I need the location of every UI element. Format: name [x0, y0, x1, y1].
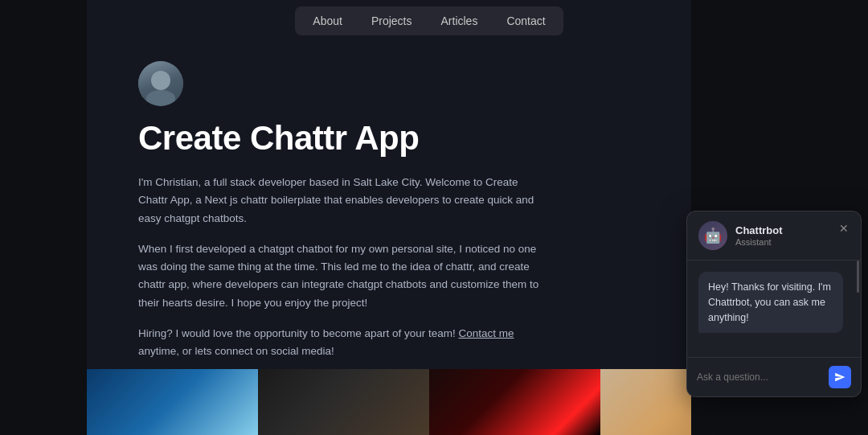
- chatbot-bubble: Hey! Thanks for visiting. I'm Chattrbot,…: [698, 272, 843, 333]
- chatbot-widget: 🤖 Chattrbot Assistant ✕ Hey! Thanks for …: [686, 211, 862, 397]
- navbar: About Projects Articles Contact 🌙: [87, 0, 772, 42]
- chatbot-scrollbar[interactable]: [857, 261, 859, 293]
- bio-paragraph-3: Hiring? I would love the opportunity to …: [138, 325, 540, 361]
- send-button[interactable]: [829, 366, 851, 388]
- thumbnail-2: [258, 369, 429, 435]
- close-icon[interactable]: ✕: [837, 221, 851, 236]
- avatar: [138, 61, 183, 106]
- chatbot-messages: Hey! Thanks for visiting. I'm Chattrbot,…: [687, 261, 861, 344]
- main-area: About Projects Articles Contact 🌙 Create…: [87, 0, 772, 435]
- thumbnail-1: [87, 369, 258, 435]
- bio-hiring-suffix: anytime, or lets connect on social media…: [138, 345, 334, 357]
- bio-paragraph-1: I'm Christian, a full stack developer ba…: [138, 174, 540, 228]
- thumbnail-3: [429, 369, 600, 435]
- nav-projects[interactable]: Projects: [358, 10, 425, 32]
- bio-hiring-prefix: Hiring? I would love the opportunity to …: [138, 327, 456, 339]
- contact-link[interactable]: Contact me: [458, 327, 514, 339]
- page-title: Create Chattr App: [138, 119, 733, 158]
- nav-contact[interactable]: Contact: [493, 10, 558, 32]
- bio-paragraph-2: When I first developed a chatgpt chatbot…: [138, 240, 540, 312]
- chatbot-subtitle: Assistant: [735, 237, 783, 247]
- hero-content: Create Chattr App I'm Christian, a full …: [87, 42, 772, 399]
- chatbot-avatar: 🤖: [698, 221, 727, 250]
- avatar-image: [138, 61, 183, 106]
- nav-about[interactable]: About: [300, 10, 355, 32]
- chatbot-info: Chattrbot Assistant: [735, 224, 783, 247]
- chatbot-input-area: [687, 357, 861, 396]
- chatbot-panel: 🤖 Chattrbot Assistant ✕ Hey! Thanks for …: [691, 0, 868, 435]
- left-panel: [0, 0, 87, 435]
- nav-articles[interactable]: Articles: [428, 10, 491, 32]
- chatbot-header: 🤖 Chattrbot Assistant ✕: [687, 211, 861, 261]
- chatbot-name: Chattrbot: [735, 224, 783, 236]
- chatbot-messages-area: Hey! Thanks for visiting. I'm Chattrbot,…: [687, 261, 861, 357]
- nav-links: About Projects Articles Contact: [295, 6, 563, 35]
- chatbot-input[interactable]: [697, 371, 822, 383]
- thumbnails: [87, 369, 772, 435]
